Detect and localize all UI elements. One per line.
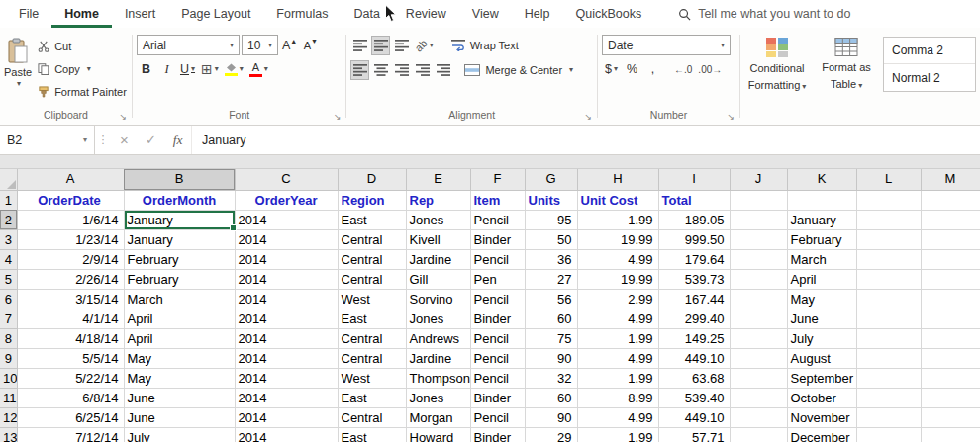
paste-button[interactable]: Paste ▾ xyxy=(4,33,32,109)
insert-function-icon[interactable]: fx xyxy=(164,126,191,154)
cell-G1[interactable]: Units xyxy=(525,190,577,210)
cell-M11[interactable] xyxy=(921,388,980,407)
enter-icon[interactable]: ✓ xyxy=(138,126,164,154)
cell-E7[interactable]: Jones xyxy=(406,309,470,328)
cell-I10[interactable]: 63.68 xyxy=(658,368,730,388)
cell-F2[interactable]: Pencil xyxy=(470,210,525,229)
cell-I2[interactable]: 189.05 xyxy=(658,210,730,229)
row-header-6[interactable]: 6 xyxy=(0,289,17,309)
cell-F6[interactable]: Pencil xyxy=(470,289,525,309)
cell-I13[interactable]: 57.71 xyxy=(658,427,730,442)
cell-K10[interactable]: September xyxy=(787,368,856,388)
cell-D11[interactable]: East xyxy=(338,388,406,407)
cell-L9[interactable] xyxy=(856,348,921,368)
cell-E5[interactable]: Gill xyxy=(406,269,470,289)
cell-B5[interactable]: February xyxy=(124,269,235,289)
cell-J2[interactable] xyxy=(730,210,787,229)
column-header-G[interactable]: G xyxy=(525,169,577,190)
cell-C3[interactable]: 2014 xyxy=(235,229,338,249)
cell-B12[interactable]: June xyxy=(124,407,235,427)
tab-quickbooks[interactable]: QuickBooks xyxy=(562,0,654,28)
borders-button[interactable]: ⊞▾ xyxy=(199,59,221,79)
cell-I4[interactable]: 179.64 xyxy=(658,249,730,269)
cell-A3[interactable]: 1/23/14 xyxy=(17,229,124,249)
cell-G4[interactable]: 36 xyxy=(525,249,577,269)
cell-M1[interactable] xyxy=(921,190,980,210)
cell-K5[interactable]: April xyxy=(787,269,856,289)
cell-A7[interactable]: 4/1/14 xyxy=(17,309,124,328)
cell-C9[interactable]: 2014 xyxy=(235,348,338,368)
cell-A8[interactable]: 4/18/14 xyxy=(17,328,124,348)
decrease-decimal-button[interactable]: .00→ xyxy=(696,59,724,79)
cell-J1[interactable] xyxy=(730,190,787,210)
cell-J7[interactable] xyxy=(730,309,787,328)
cell-H2[interactable]: 1.99 xyxy=(577,210,658,229)
cell-B1[interactable]: OrderMonth xyxy=(124,190,235,210)
alignment-dialog-launcher-icon[interactable]: ↘ xyxy=(584,113,592,122)
cell-I7[interactable]: 299.40 xyxy=(658,309,730,328)
cell-A9[interactable]: 5/5/14 xyxy=(17,348,124,368)
cell-M8[interactable] xyxy=(921,328,980,348)
cell-A2[interactable]: 1/6/14 xyxy=(17,210,124,229)
cell-H6[interactable]: 2.99 xyxy=(577,289,658,309)
row-header-8[interactable]: 8 xyxy=(0,328,17,348)
cut-button[interactable]: Cut xyxy=(35,36,130,56)
cell-C7[interactable]: 2014 xyxy=(235,309,338,328)
tab-review[interactable]: Review xyxy=(393,0,459,28)
tab-file[interactable]: File xyxy=(6,0,51,28)
formula-input[interactable]: January xyxy=(191,126,980,154)
cell-K11[interactable]: October xyxy=(787,388,856,407)
cell-A12[interactable]: 6/25/14 xyxy=(17,407,124,427)
conditional-formatting-button[interactable]: Conditional Formatting▾ xyxy=(744,33,810,93)
tab-data[interactable]: Data xyxy=(341,0,392,28)
align-right-button[interactable] xyxy=(392,60,411,80)
cell-E2[interactable]: Jones xyxy=(406,210,470,229)
cell-D7[interactable]: East xyxy=(338,309,406,328)
cell-B10[interactable]: May xyxy=(124,368,235,388)
cell-L12[interactable] xyxy=(856,407,921,427)
percent-format-button[interactable]: % xyxy=(623,59,641,79)
cell-H4[interactable]: 4.99 xyxy=(577,249,658,269)
cell-I11[interactable]: 539.40 xyxy=(658,388,730,407)
cell-G8[interactable]: 75 xyxy=(525,328,577,348)
row-header-1[interactable]: 1 xyxy=(0,190,17,210)
column-header-F[interactable]: F xyxy=(470,169,525,190)
cell-F8[interactable]: Pencil xyxy=(470,328,525,348)
row-header-12[interactable]: 12 xyxy=(0,407,17,427)
cell-H12[interactable]: 4.99 xyxy=(577,407,658,427)
bottom-align-button[interactable] xyxy=(392,36,411,55)
cell-J11[interactable] xyxy=(730,388,787,407)
cell-K9[interactable]: August xyxy=(787,348,856,368)
row-header-2[interactable]: 2 xyxy=(0,210,17,229)
cell-F10[interactable]: Pencil xyxy=(470,368,525,388)
cell-C5[interactable]: 2014 xyxy=(235,269,338,289)
font-dialog-launcher-icon[interactable]: ↘ xyxy=(334,113,342,122)
font-family-select[interactable]: Arial ▾ xyxy=(137,35,240,55)
increase-indent-button[interactable] xyxy=(434,60,452,80)
cell-B9[interactable]: May xyxy=(124,348,235,368)
column-header-E[interactable]: E xyxy=(406,169,470,190)
cell-M5[interactable] xyxy=(921,269,980,289)
name-box[interactable]: B2 ▾ xyxy=(0,126,95,154)
column-header-K[interactable]: K xyxy=(787,169,856,190)
cell-K6[interactable]: May xyxy=(787,289,856,309)
currency-format-button[interactable]: $▾ xyxy=(602,59,621,79)
format-as-table-button[interactable]: Format as Table▾ xyxy=(814,33,879,92)
cell-B7[interactable]: April xyxy=(124,309,235,328)
copy-button[interactable]: Copy ▾ xyxy=(35,58,130,79)
cell-G3[interactable]: 50 xyxy=(525,229,577,249)
cell-E13[interactable]: Howard xyxy=(406,427,470,442)
tab-insert[interactable]: Insert xyxy=(112,0,168,28)
cell-M12[interactable] xyxy=(921,407,980,427)
cell-I9[interactable]: 449.10 xyxy=(658,348,730,368)
cell-I5[interactable]: 539.73 xyxy=(658,269,730,289)
cell-B6[interactable]: March xyxy=(124,289,235,309)
cell-M13[interactable] xyxy=(921,427,980,442)
cell-F1[interactable]: Item xyxy=(470,190,525,210)
cell-G13[interactable]: 29 xyxy=(525,427,577,442)
cell-I3[interactable]: 999.50 xyxy=(658,229,730,249)
column-header-I[interactable]: I xyxy=(658,169,730,190)
number-format-select[interactable]: Date ▾ xyxy=(602,35,731,55)
cell-F3[interactable]: Binder xyxy=(470,229,525,249)
cell-D5[interactable]: Central xyxy=(338,269,406,289)
